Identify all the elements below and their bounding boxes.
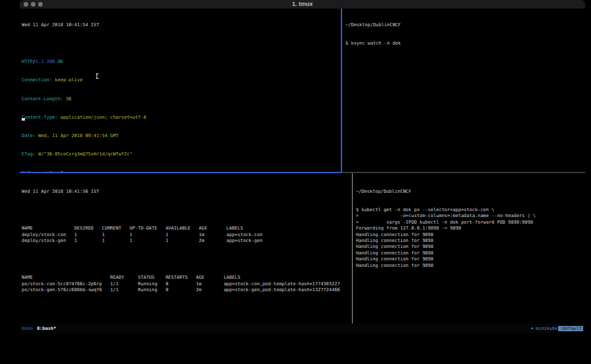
http-status-line: HTTP/1.1 200 OK xyxy=(22,59,341,65)
pane-http-response[interactable]: Wed 11 Apr 2018 10:41:54 IST HTTP/1.1 20… xyxy=(20,9,341,172)
deployments-table: NAME DESIRED CURRENT UP-TO-DATE AVAILABL… xyxy=(22,226,352,244)
http-header-line: ETag:W/"38-05coCsrg3mQ75sHr1d/qcWTwYZc" xyxy=(22,152,341,157)
desktop-background: 1. tmux Wed 11 Apr 2018 10:41:54 IST HTT… xyxy=(0,0,591,364)
mouse-ibeam-cursor xyxy=(97,73,97,79)
http-header-line: Content-Length:56 xyxy=(22,96,341,102)
http-header-line: Date:Wed, 11 Apr 2018 09:41:54 GMT xyxy=(22,133,341,139)
blank-line xyxy=(22,306,352,312)
terminal-cursor xyxy=(22,118,25,121)
tmux-status-bar: demo 0:bash* ⎈ minikube :default xyxy=(20,323,585,333)
pane-ksync[interactable]: ~/Desktop/DublinCNCF $ ksync watch -n do… xyxy=(342,9,585,172)
http-header-line: Content-Type:application/json; charset=u… xyxy=(22,115,341,121)
blank-line xyxy=(22,41,341,47)
status-left: demo 0:bash* xyxy=(22,326,56,331)
pane-port-forward[interactable]: ~/Desktop/DublinCNCF $ kubectl get -n do… xyxy=(353,173,585,323)
window-tab-bash[interactable]: 0:bash* xyxy=(37,326,56,331)
status-right: ⎈ minikube :default xyxy=(531,326,583,331)
http-header-line: Connection:keep-alive xyxy=(22,77,341,83)
timestamp-line: Wed 11 Apr 2018 10:41:54 IST xyxy=(22,22,341,28)
terminal-window: 1. tmux Wed 11 Apr 2018 10:41:54 IST HTT… xyxy=(20,0,585,334)
kubernetes-helm-icon: ⎈ xyxy=(531,326,534,331)
cwd-line: ~/Desktop/DublinCNCF xyxy=(356,189,585,195)
blank-line xyxy=(22,207,352,213)
port-forward-output: $ kubectl get -n dok po --selector=app=s… xyxy=(356,207,585,269)
command-line: $ ksync watch -n dok xyxy=(345,41,585,47)
cwd-line: ~/Desktop/DublinCNCF xyxy=(345,22,585,28)
blank-line xyxy=(22,256,352,262)
http-reason: OK xyxy=(55,59,64,64)
http-version-code: 1.1 200 xyxy=(35,59,55,64)
timestamp-line: Wed 11 Apr 2018 10:41:56 IST xyxy=(22,189,352,195)
pane-kubectl-resources[interactable]: Wed 11 Apr 2018 10:41:56 IST NAME DESIRE… xyxy=(20,173,352,323)
window-titlebar[interactable]: 1. tmux xyxy=(20,0,585,9)
pane-divider-vertical-top[interactable] xyxy=(341,9,342,172)
http-proto: HTTP xyxy=(22,59,33,64)
pods-table: NAME READY STATUS RESTARTS AGE LABELS po… xyxy=(22,275,352,293)
kube-namespace-badge: :default xyxy=(558,326,583,331)
pane-divider-vertical-bottom[interactable] xyxy=(352,173,353,323)
window-title: 1. tmux xyxy=(20,1,585,7)
kube-context: minikube xyxy=(536,326,558,331)
session-name: demo xyxy=(22,326,33,331)
